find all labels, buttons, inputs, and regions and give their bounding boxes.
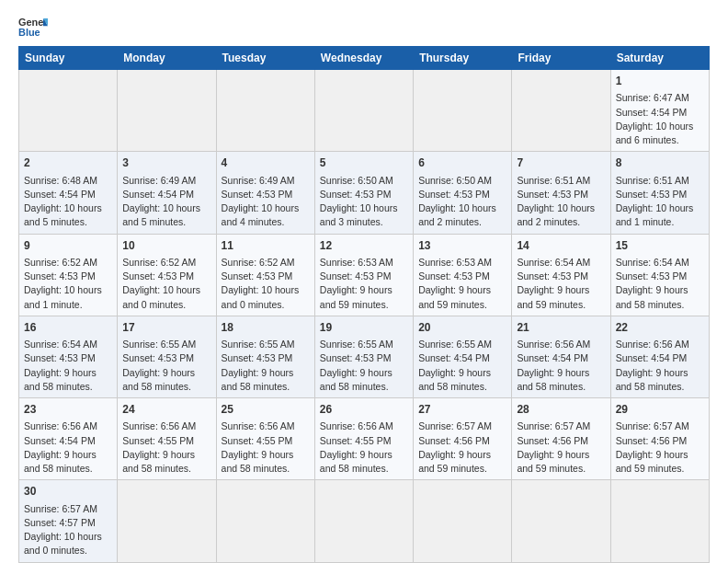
calendar-cell: 22Sunrise: 6:56 AMSunset: 4:54 PMDayligh… [610, 316, 709, 397]
day-info: Sunrise: 6:50 AMSunset: 4:53 PMDaylight:… [418, 175, 496, 228]
calendar-cell: 7Sunrise: 6:51 AMSunset: 4:53 PMDaylight… [512, 152, 610, 234]
day-info: Sunrise: 6:55 AMSunset: 4:53 PMDaylight:… [320, 339, 393, 392]
day-number: 22 [616, 320, 704, 336]
day-info: Sunrise: 6:55 AMSunset: 4:53 PMDaylight:… [222, 339, 295, 392]
day-number: 27 [418, 402, 506, 418]
day-number: 21 [517, 320, 605, 336]
calendar-cell [216, 480, 314, 562]
calendar-cell: 15Sunrise: 6:54 AMSunset: 4:53 PMDayligh… [610, 234, 709, 316]
day-number: 17 [122, 320, 210, 336]
calendar-cell: 13Sunrise: 6:53 AMSunset: 4:53 PMDayligh… [414, 234, 512, 316]
day-number: 2 [24, 155, 112, 171]
calendar-cell: 4Sunrise: 6:49 AMSunset: 4:53 PMDaylight… [216, 152, 314, 234]
day-info: Sunrise: 6:54 AMSunset: 4:53 PMDaylight:… [24, 339, 97, 392]
calendar-cell: 1Sunrise: 6:47 AMSunset: 4:54 PMDaylight… [610, 70, 709, 152]
svg-text:Blue: Blue [18, 27, 40, 38]
day-number: 10 [122, 238, 210, 254]
day-info: Sunrise: 6:57 AMSunset: 4:57 PMDaylight:… [24, 503, 102, 557]
calendar-cell [216, 70, 314, 152]
day-number: 6 [418, 155, 506, 171]
calendar-week-row: 23Sunrise: 6:56 AMSunset: 4:54 PMDayligh… [19, 398, 710, 480]
calendar-cell [118, 480, 216, 562]
day-number: 8 [616, 155, 704, 171]
calendar-cell: 18Sunrise: 6:55 AMSunset: 4:53 PMDayligh… [216, 316, 314, 397]
calendar-cell: 8Sunrise: 6:51 AMSunset: 4:53 PMDaylight… [610, 152, 709, 234]
day-number: 29 [616, 402, 704, 418]
day-number: 1 [616, 74, 704, 89]
calendar-week-row: 30Sunrise: 6:57 AMSunset: 4:57 PMDayligh… [19, 480, 710, 562]
day-info: Sunrise: 6:53 AMSunset: 4:53 PMDaylight:… [320, 257, 393, 310]
calendar-cell: 27Sunrise: 6:57 AMSunset: 4:56 PMDayligh… [414, 398, 512, 480]
calendar-cell [610, 480, 709, 562]
day-number: 23 [24, 402, 112, 418]
day-info: Sunrise: 6:49 AMSunset: 4:54 PMDaylight:… [122, 175, 200, 228]
calendar-cell: 30Sunrise: 6:57 AMSunset: 4:57 PMDayligh… [19, 480, 118, 562]
day-info: Sunrise: 6:52 AMSunset: 4:53 PMDaylight:… [222, 257, 300, 310]
day-info: Sunrise: 6:54 AMSunset: 4:53 PMDaylight:… [517, 257, 590, 310]
day-number: 18 [222, 320, 310, 336]
calendar-cell: 6Sunrise: 6:50 AMSunset: 4:53 PMDaylight… [414, 152, 512, 234]
col-header-tuesday: Tuesday [216, 47, 314, 70]
day-info: Sunrise: 6:57 AMSunset: 4:56 PMDaylight:… [616, 420, 689, 474]
calendar-cell [512, 480, 610, 562]
day-number: 3 [122, 155, 210, 171]
day-info: Sunrise: 6:50 AMSunset: 4:53 PMDaylight:… [320, 175, 398, 228]
day-info: Sunrise: 6:56 AMSunset: 4:55 PMDaylight:… [320, 420, 393, 474]
calendar-cell [118, 70, 216, 152]
calendar-cell: 26Sunrise: 6:56 AMSunset: 4:55 PMDayligh… [314, 398, 413, 480]
day-info: Sunrise: 6:54 AMSunset: 4:53 PMDaylight:… [616, 257, 689, 310]
general-blue-logo-icon: General Blue [18, 15, 48, 40]
day-number: 19 [320, 320, 408, 336]
day-number: 7 [517, 155, 605, 171]
day-info: Sunrise: 6:55 AMSunset: 4:54 PMDaylight:… [418, 339, 492, 392]
calendar-cell: 29Sunrise: 6:57 AMSunset: 4:56 PMDayligh… [610, 398, 709, 480]
day-info: Sunrise: 6:56 AMSunset: 4:54 PMDaylight:… [616, 339, 689, 392]
calendar-cell: 17Sunrise: 6:55 AMSunset: 4:53 PMDayligh… [118, 316, 216, 397]
calendar-cell [314, 480, 413, 562]
calendar-cell: 11Sunrise: 6:52 AMSunset: 4:53 PMDayligh… [216, 234, 314, 316]
day-info: Sunrise: 6:48 AMSunset: 4:54 PMDaylight:… [24, 175, 102, 228]
calendar-cell: 5Sunrise: 6:50 AMSunset: 4:53 PMDaylight… [314, 152, 413, 234]
day-number: 25 [222, 402, 310, 418]
day-number: 13 [418, 238, 506, 254]
logo: General Blue [18, 15, 48, 40]
day-info: Sunrise: 6:56 AMSunset: 4:54 PMDaylight:… [517, 339, 590, 392]
day-info: Sunrise: 6:56 AMSunset: 4:54 PMDaylight:… [24, 420, 97, 474]
day-number: 24 [122, 402, 210, 418]
calendar-cell [414, 70, 512, 152]
col-header-thursday: Thursday [414, 47, 512, 70]
day-info: Sunrise: 6:55 AMSunset: 4:53 PMDaylight:… [122, 339, 196, 392]
day-number: 28 [517, 402, 605, 418]
col-header-monday: Monday [118, 47, 216, 70]
day-info: Sunrise: 6:53 AMSunset: 4:53 PMDaylight:… [418, 257, 492, 310]
col-header-sunday: Sunday [19, 47, 118, 70]
day-info: Sunrise: 6:47 AMSunset: 4:54 PMDaylight:… [616, 92, 694, 145]
day-info: Sunrise: 6:51 AMSunset: 4:53 PMDaylight:… [616, 175, 694, 228]
col-header-wednesday: Wednesday [314, 47, 413, 70]
calendar-cell: 10Sunrise: 6:52 AMSunset: 4:53 PMDayligh… [118, 234, 216, 316]
calendar-cell: 12Sunrise: 6:53 AMSunset: 4:53 PMDayligh… [314, 234, 413, 316]
calendar-cell: 3Sunrise: 6:49 AMSunset: 4:54 PMDaylight… [118, 152, 216, 234]
day-number: 4 [222, 155, 310, 171]
calendar-header-row: SundayMondayTuesdayWednesdayThursdayFrid… [19, 47, 710, 70]
day-info: Sunrise: 6:52 AMSunset: 4:53 PMDaylight:… [122, 257, 200, 310]
calendar-week-row: 9Sunrise: 6:52 AMSunset: 4:53 PMDaylight… [19, 234, 710, 316]
calendar-cell [512, 70, 610, 152]
calendar-cell [314, 70, 413, 152]
calendar-cell: 2Sunrise: 6:48 AMSunset: 4:54 PMDaylight… [19, 152, 118, 234]
calendar-cell [19, 70, 118, 152]
calendar-cell: 9Sunrise: 6:52 AMSunset: 4:53 PMDaylight… [19, 234, 118, 316]
calendar-cell: 25Sunrise: 6:56 AMSunset: 4:55 PMDayligh… [216, 398, 314, 480]
calendar-cell: 23Sunrise: 6:56 AMSunset: 4:54 PMDayligh… [19, 398, 118, 480]
page-header: General Blue [18, 15, 710, 40]
calendar-week-row: 2Sunrise: 6:48 AMSunset: 4:54 PMDaylight… [19, 152, 710, 234]
day-info: Sunrise: 6:52 AMSunset: 4:53 PMDaylight:… [24, 257, 102, 310]
col-header-friday: Friday [512, 47, 610, 70]
day-number: 5 [320, 155, 408, 171]
calendar-cell [414, 480, 512, 562]
calendar-cell: 19Sunrise: 6:55 AMSunset: 4:53 PMDayligh… [314, 316, 413, 397]
calendar-cell: 20Sunrise: 6:55 AMSunset: 4:54 PMDayligh… [414, 316, 512, 397]
day-info: Sunrise: 6:56 AMSunset: 4:55 PMDaylight:… [222, 420, 295, 474]
day-info: Sunrise: 6:57 AMSunset: 4:56 PMDaylight:… [418, 420, 492, 474]
day-info: Sunrise: 6:57 AMSunset: 4:56 PMDaylight:… [517, 420, 590, 474]
